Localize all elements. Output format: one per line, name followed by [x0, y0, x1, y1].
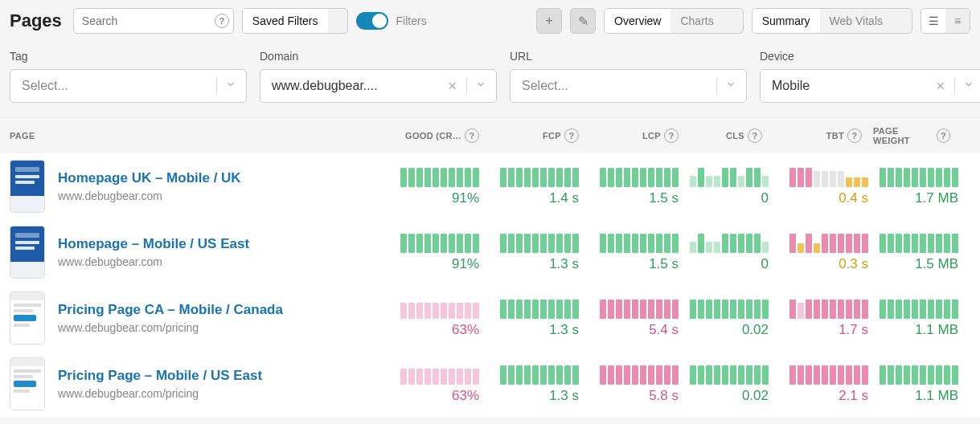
page-name[interactable]: Homepage UK – Mobile / UK [58, 170, 391, 186]
col-cls: CLS? [690, 128, 773, 143]
charts-tab[interactable]: Charts [670, 9, 723, 33]
url-select[interactable]: Select... [510, 69, 747, 103]
chevron-down-icon[interactable] [724, 9, 743, 33]
saved-filters-label: Saved Filters [243, 9, 328, 33]
col-weight: PAGE WEIGHT? [873, 126, 962, 145]
metric-cell: 1.5 s [590, 166, 690, 206]
metric-cell: 1.3 s [490, 232, 590, 272]
metric-cell: 0.02 [690, 364, 780, 404]
help-icon[interactable]: ? [937, 128, 950, 143]
chevron-down-icon [220, 79, 241, 93]
page-title: Pages [10, 10, 62, 31]
select-value: Mobile [772, 79, 929, 93]
search-input[interactable] [73, 8, 234, 34]
tag-select[interactable]: Select... [10, 69, 247, 103]
web-vitals-tab[interactable]: Web Vitals [820, 9, 892, 33]
help-icon[interactable]: ? [564, 128, 579, 143]
summary-tab[interactable]: Summary [752, 9, 820, 33]
metric-value: 0.3 s [839, 256, 868, 272]
sparkline [780, 166, 868, 187]
list-view-button[interactable]: ☰ [921, 9, 945, 33]
help-icon[interactable]: ? [664, 128, 679, 143]
metric-cell: 1.7 MB [880, 166, 970, 206]
overview-charts-toggle[interactable]: Overview Charts [604, 8, 744, 34]
sparkline [780, 232, 868, 253]
table-row[interactable]: Homepage – Mobile / US Eastwww.debugbear… [0, 219, 980, 285]
view-mode-group: ☰ ≡ [921, 8, 970, 34]
sparkline [490, 166, 579, 187]
search-wrap: ? [73, 8, 234, 34]
table-row[interactable]: Pricing Page – Mobile / US Eastwww.debug… [0, 351, 980, 417]
metric-value: 2.1 s [839, 388, 868, 404]
metric-cell: 63% [391, 298, 490, 338]
page-thumbnail [10, 292, 45, 344]
filter-domain: Domain www.debugbear.... × [260, 50, 497, 103]
page-thumbnail [10, 226, 45, 279]
metric-cell: 91% [391, 166, 490, 206]
saved-filters-button[interactable]: Saved Filters [242, 8, 348, 34]
edit-button[interactable]: ✎ [570, 8, 596, 34]
list-icon: ☰ [929, 14, 939, 27]
compact-view-button[interactable]: ≡ [945, 9, 970, 33]
metric-value: 1.3 s [549, 322, 579, 338]
page-meta: Pricing Page CA – Mobile / Canadawww.deb… [58, 302, 391, 334]
domain-select[interactable]: www.debugbear.... × [260, 69, 497, 103]
page-name[interactable]: Homepage – Mobile / US East [58, 236, 391, 252]
metric-cell: 1.5 s [590, 232, 690, 272]
metric-value: 1.4 s [549, 190, 579, 206]
metric-value: 5.8 s [649, 388, 679, 404]
sparkline [880, 364, 958, 385]
pencil-icon: ✎ [578, 14, 588, 29]
metric-cell: 0 [690, 166, 780, 206]
col-good: GOOD (CR…? [391, 128, 490, 143]
page-url: www.debugbear.com [58, 255, 391, 268]
help-icon[interactable]: ? [748, 128, 762, 143]
filter-device: Device Mobile × [760, 50, 980, 103]
page-meta: Homepage – Mobile / US Eastwww.debugbear… [58, 236, 391, 268]
metric-value: 1.3 s [549, 256, 579, 272]
filters-toggle[interactable] [356, 12, 388, 30]
sparkline [880, 232, 958, 253]
sparkline [780, 298, 868, 319]
sparkline [690, 298, 769, 319]
sparkline [391, 364, 479, 385]
add-button[interactable]: + [536, 8, 562, 34]
sparkline [690, 364, 769, 385]
device-select[interactable]: Mobile × [760, 69, 980, 103]
filter-row: Tag Select... Domain www.debugbear.... ×… [0, 42, 980, 117]
filters-toggle-label: Filters [396, 14, 427, 27]
col-fcp: FCP? [490, 128, 590, 143]
metric-value: 91% [452, 190, 479, 206]
summary-vitals-toggle[interactable]: Summary Web Vitals [752, 8, 912, 34]
metric-cell: 63% [391, 364, 490, 404]
help-icon[interactable]: ? [465, 128, 479, 143]
overview-tab[interactable]: Overview [605, 9, 670, 33]
sparkline [590, 166, 679, 187]
metric-value: 63% [452, 388, 479, 404]
page-name[interactable]: Pricing Page CA – Mobile / Canada [58, 302, 391, 318]
sparkline [690, 232, 769, 253]
table-row[interactable]: Homepage UK – Mobile / UKwww.debugbear.c… [0, 153, 980, 219]
sparkline [391, 298, 479, 319]
clear-icon[interactable]: × [441, 78, 463, 95]
sparkline [490, 232, 579, 253]
metric-value: 1.5 s [649, 190, 679, 206]
filter-label: Tag [10, 50, 247, 63]
clear-icon[interactable]: × [929, 78, 951, 95]
sparkline [590, 364, 679, 385]
help-icon[interactable]: ? [847, 128, 862, 143]
table-header: PAGE GOOD (CR…? FCP? LCP? CLS? TBT? PAGE… [0, 117, 980, 153]
table-body: Homepage UK – Mobile / UKwww.debugbear.c… [0, 153, 980, 417]
table-row[interactable]: Pricing Page CA – Mobile / Canadawww.deb… [0, 285, 980, 351]
metric-cell: 1.4 s [490, 166, 590, 206]
page-name[interactable]: Pricing Page – Mobile / US East [58, 368, 391, 384]
help-icon[interactable]: ? [215, 14, 229, 28]
chevron-down-icon[interactable] [892, 9, 912, 33]
page-url: www.debugbear.com [58, 190, 391, 202]
metric-value: 1.5 MB [915, 256, 958, 272]
metric-cell: 0.4 s [780, 166, 880, 206]
col-page: PAGE [10, 131, 391, 141]
metric-cell: 1.1 MB [880, 364, 970, 404]
sparkline [391, 232, 479, 253]
metric-cell: 0 [690, 232, 780, 272]
